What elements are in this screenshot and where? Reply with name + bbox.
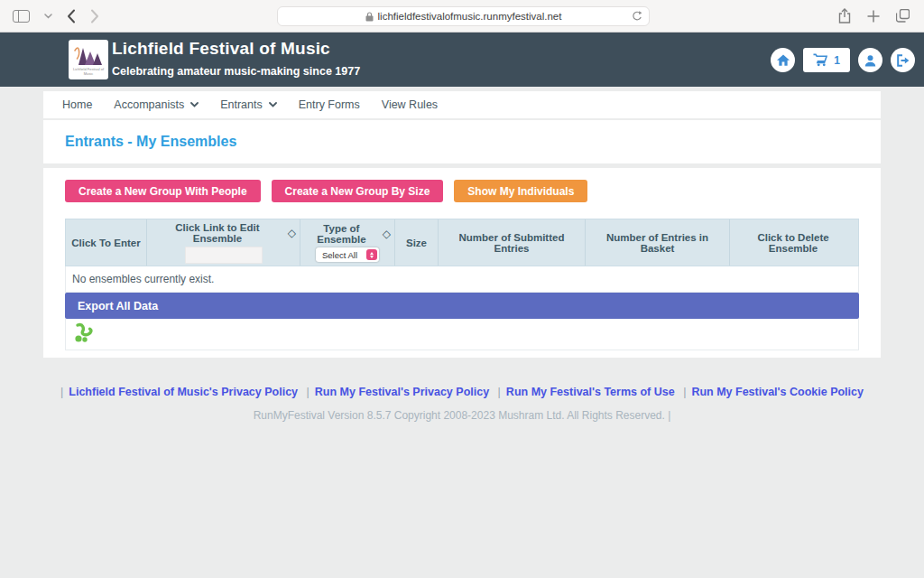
sidebar-icon (13, 10, 30, 23)
column-label: Size (406, 238, 427, 248)
column-delete-ensemble: Click to Delete Ensemble (730, 219, 856, 266)
cart-count: 1 (834, 54, 840, 67)
lock-icon (365, 12, 374, 22)
ensembles-table: Click To Enter Click Link to Edit Ensemb… (65, 219, 859, 350)
export-icon-row (65, 319, 859, 350)
select-stepper-icon (366, 249, 377, 260)
back-icon (67, 9, 76, 23)
page-title: Entrants - My Ensembles (65, 134, 236, 150)
column-label: Type of Ensemble (304, 223, 379, 245)
column-click-to-enter: Click To Enter (66, 219, 147, 266)
app-header: Lichfield Festival of Music Lichfield Fe… (0, 33, 924, 87)
cart-icon (813, 53, 827, 67)
create-group-by-size-button[interactable]: Create a New Group By Size (272, 180, 444, 202)
column-label: Number of Submitted Entries (442, 232, 581, 254)
browser-toolbar: lichfieldfestivalofmusic.runmyfestival.n… (0, 0, 924, 33)
type-of-ensemble-select[interactable]: Select All (316, 247, 379, 262)
nav-item-entry-forms[interactable]: Entry Forms (288, 91, 371, 118)
cart-button[interactable]: 1 (803, 48, 850, 72)
chevron-down-icon (44, 14, 52, 19)
separator: | (683, 386, 686, 398)
action-buttons: Create a New Group With People Create a … (65, 180, 859, 202)
footer-link-rmf-cookie[interactable]: Run My Festival's Cookie Policy (691, 386, 864, 398)
separator: | (307, 386, 310, 398)
screen: lichfieldfestivalofmusic.runmyfestival.n… (0, 0, 924, 578)
back-button[interactable] (67, 9, 76, 23)
empty-message: No ensembles currently exist. (72, 273, 214, 285)
new-tab-button[interactable] (867, 10, 880, 23)
sort-icon[interactable]: ◇ (288, 227, 296, 239)
show-my-individuals-button[interactable]: Show My Individuals (454, 180, 587, 202)
table-header-row: Click To Enter Click Link to Edit Ensemb… (65, 219, 859, 266)
site-subtitle: Celebrating amateur music-making since 1… (112, 65, 360, 78)
column-label: Click Link to Edit Ensemble (151, 222, 284, 244)
column-label: Number of Entries in Basket (589, 232, 725, 254)
footer-link-lfom-privacy[interactable]: Lichfield Festival of Music's Privacy Po… (69, 386, 298, 398)
logo-image (71, 42, 106, 68)
nav-label: View Rules (382, 98, 438, 111)
create-group-with-people-button[interactable]: Create a New Group With People (65, 180, 261, 202)
chevron-down-icon (190, 102, 199, 107)
column-size: Size (395, 219, 439, 266)
share-button[interactable] (838, 8, 851, 23)
title-strip: Entrants - My Ensembles (43, 120, 881, 163)
edit-ensemble-filter-input[interactable] (185, 247, 263, 264)
nav-label: Accompanists (114, 98, 184, 111)
empty-row: No ensembles currently exist. (65, 266, 859, 293)
sidebar-toggle-button[interactable] (13, 10, 30, 23)
footer-link-rmf-terms[interactable]: Run My Festival's Terms of Use (506, 386, 675, 398)
column-label: Click To Enter (71, 238, 140, 248)
copyright-text: RunMyFestival Version 8.5.7 Copyright 20… (0, 409, 924, 422)
separator: | (498, 386, 501, 398)
logo-caption: Lichfield Festival of Music (69, 68, 108, 77)
column-label: Click to Delete Ensemble (734, 232, 853, 254)
separator: | (60, 386, 63, 398)
tabs-icon (896, 9, 910, 23)
url-bar[interactable]: lichfieldfestivalofmusic.runmyfestival.n… (277, 6, 650, 26)
nav-label: Entrants (220, 98, 263, 111)
signout-button[interactable] (891, 48, 915, 72)
export-spreadsheet-link[interactable] (73, 322, 97, 347)
column-type-of-ensemble[interactable]: Type of Ensemble◇ Select All (300, 219, 395, 266)
column-submitted-entries: Number of Submitted Entries (439, 219, 586, 266)
footer-links: |Lichfield Festival of Music's Privacy P… (0, 386, 924, 398)
share-icon (838, 8, 851, 23)
footer-link-rmf-privacy[interactable]: Run My Festival's Privacy Policy (315, 386, 489, 398)
export-all-data-button[interactable]: Export All Data (65, 293, 859, 319)
user-icon (864, 54, 876, 67)
tab-overview-button[interactable] (896, 9, 910, 23)
nav-label: Entry Forms (299, 98, 360, 111)
nav-item-view-rules[interactable]: View Rules (371, 91, 448, 118)
refresh-button[interactable] (632, 11, 642, 23)
forward-button[interactable] (90, 9, 99, 23)
nav-label: Home (62, 98, 92, 111)
header-actions: 1 (771, 48, 915, 72)
home-button[interactable] (771, 48, 795, 72)
site-title: Lichfield Festival of Music (112, 39, 360, 59)
toolbar-chevron-button[interactable] (44, 14, 52, 19)
signout-icon (896, 54, 910, 67)
chevron-down-icon (269, 102, 277, 107)
nav-item-accompanists[interactable]: Accompanists (103, 91, 209, 118)
refresh-icon (632, 11, 642, 22)
nav-item-entrants[interactable]: Entrants (209, 91, 288, 118)
forward-icon (90, 9, 99, 23)
url-text: lichfieldfestivalofmusic.runmyfestival.n… (378, 11, 562, 22)
plus-icon (867, 10, 880, 23)
column-entries-in-basket: Number of Entries in Basket (586, 219, 730, 266)
sort-icon[interactable]: ◇ (383, 228, 391, 240)
site-logo: Lichfield Festival of Music (69, 40, 108, 79)
nav-item-home[interactable]: Home (51, 91, 103, 118)
main-content: Create a New Group With People Create a … (43, 168, 881, 358)
home-icon (777, 54, 790, 66)
export-label: Export All Data (78, 300, 158, 312)
column-edit-ensemble[interactable]: Click Link to Edit Ensemble◇ (147, 219, 300, 266)
account-button[interactable] (858, 48, 882, 72)
main-nav: Home Accompanists Entrants Entry Forms V… (43, 91, 881, 118)
export-spreadsheet-icon (73, 322, 97, 343)
select-value: Select All (322, 250, 357, 260)
